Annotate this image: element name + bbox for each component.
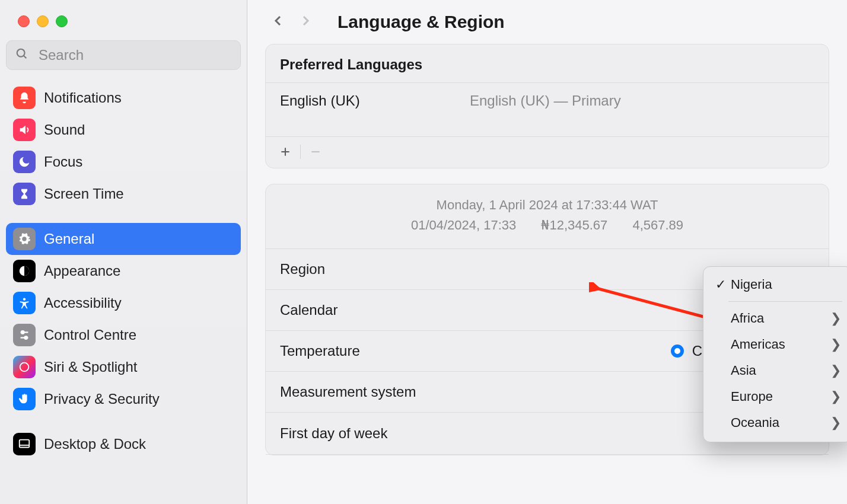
sidebar-item-label: Notifications xyxy=(44,90,122,106)
page-title: Language & Region xyxy=(337,12,505,32)
sidebar-item-label: Control Centre xyxy=(44,327,136,343)
speaker-icon xyxy=(13,119,36,141)
sidebar-item-label: Accessibility xyxy=(44,295,122,311)
preferred-languages-header: Preferred Languages xyxy=(266,44,829,82)
hand-icon xyxy=(13,388,36,410)
region-group-label: Africa xyxy=(731,311,764,326)
measurement-label: Measurement system xyxy=(280,384,754,400)
svg-point-8 xyxy=(20,363,29,372)
sidebar-item-appearance[interactable]: Appearance xyxy=(6,255,241,287)
sliders-icon xyxy=(13,324,36,346)
region-option-label: Nigeria xyxy=(731,277,772,292)
svg-rect-9 xyxy=(20,440,30,448)
chevron-right-icon: ❯ xyxy=(830,337,841,352)
temperature-label: Temperature xyxy=(280,343,671,359)
temperature-celsius-radio[interactable] xyxy=(671,344,684,358)
sidebar-item-sound[interactable]: Sound xyxy=(6,114,241,146)
region-option-selected[interactable]: ✓ Nigeria xyxy=(707,272,847,298)
chevron-right-icon: ❯ xyxy=(830,363,841,378)
add-language-button[interactable] xyxy=(276,143,294,161)
sidebar-item-label: Desktop & Dock xyxy=(44,436,146,452)
search-icon xyxy=(15,47,28,63)
hourglass-icon xyxy=(13,183,36,205)
sidebar-item-control-centre[interactable]: Control Centre xyxy=(6,319,241,351)
moon-icon xyxy=(13,151,36,173)
svg-point-3 xyxy=(23,298,26,300)
language-name: English (UK) xyxy=(280,92,470,109)
minimize-window-button[interactable] xyxy=(37,15,49,27)
sidebar-item-privacy-security[interactable]: Privacy & Security xyxy=(6,383,241,415)
svg-line-1 xyxy=(24,56,27,59)
region-group-label: Americas xyxy=(731,337,785,352)
format-preview: Monday, 1 April 2024 at 17:33:44 WAT 01/… xyxy=(266,184,829,248)
format-preview-shortdate: 01/04/2024, 17:33 xyxy=(411,218,516,232)
chevron-right-icon: ❯ xyxy=(830,311,841,326)
region-group-label: Asia xyxy=(731,363,756,378)
sidebar-item-label: Privacy & Security xyxy=(44,391,160,407)
search-input[interactable] xyxy=(6,40,241,70)
region-group-asia[interactable]: Asia ❯ xyxy=(707,358,847,384)
preferred-languages-panel: Preferred Languages English (UK) English… xyxy=(265,44,829,168)
region-group-africa[interactable]: Africa ❯ xyxy=(707,305,847,331)
sidebar: Notifications Sound Focus Screen Time xyxy=(0,0,247,504)
region-group-europe[interactable]: Europe ❯ xyxy=(707,384,847,410)
svg-point-5 xyxy=(21,331,24,334)
region-group-americas[interactable]: Americas ❯ xyxy=(707,331,847,358)
language-subtitle: English (UK) — Primary xyxy=(470,92,621,109)
sidebar-item-screen-time[interactable]: Screen Time xyxy=(6,178,241,210)
sidebar-item-label: Sound xyxy=(44,122,85,138)
remove-language-button[interactable] xyxy=(307,143,324,161)
sidebar-item-label: Focus xyxy=(44,154,82,170)
forward-button[interactable] xyxy=(298,12,313,32)
svg-point-0 xyxy=(17,49,25,57)
window-traffic-lights xyxy=(0,0,247,40)
bell-icon xyxy=(13,87,36,109)
region-group-label: Oceania xyxy=(731,415,779,430)
sidebar-item-label: Siri & Spotlight xyxy=(44,359,137,375)
back-button[interactable] xyxy=(271,12,285,32)
siri-icon xyxy=(13,356,36,378)
sidebar-item-focus[interactable]: Focus xyxy=(6,146,241,178)
sidebar-item-general[interactable]: General xyxy=(6,223,241,255)
checkmark-icon: ✓ xyxy=(714,277,727,292)
sidebar-item-label: General xyxy=(44,231,94,247)
gear-icon xyxy=(13,228,36,250)
region-group-oceania[interactable]: Oceania ❯ xyxy=(707,410,847,436)
language-row-primary[interactable]: English (UK) English (UK) — Primary xyxy=(266,83,829,136)
sidebar-item-label: Appearance xyxy=(44,263,120,279)
svg-point-7 xyxy=(24,336,27,339)
sidebar-item-siri-spotlight[interactable]: Siri & Spotlight xyxy=(6,351,241,383)
zoom-window-button[interactable] xyxy=(56,15,68,27)
content-pane: Language & Region Preferred Languages En… xyxy=(247,0,847,504)
sidebar-item-notifications[interactable]: Notifications xyxy=(6,82,241,114)
format-preview-number: 4,567.89 xyxy=(632,218,683,232)
sidebar-item-accessibility[interactable]: Accessibility xyxy=(6,287,241,319)
accessibility-icon xyxy=(13,292,36,314)
chevron-right-icon: ❯ xyxy=(830,415,841,430)
format-preview-full: Monday, 1 April 2024 at 17:33:44 WAT xyxy=(280,195,814,215)
sidebar-item-label: Screen Time xyxy=(44,186,124,202)
format-preview-currency: ₦12,345.67 xyxy=(541,218,607,232)
sidebar-item-desktop-dock[interactable]: Desktop & Dock xyxy=(6,428,241,460)
contrast-icon xyxy=(13,260,36,282)
region-popup: ✓ Nigeria Africa ❯ Americas ❯ Asia ❯ Eur… xyxy=(703,266,847,442)
dock-icon xyxy=(13,433,36,455)
close-window-button[interactable] xyxy=(18,15,30,27)
first-day-label: First day of week xyxy=(280,425,741,442)
chevron-right-icon: ❯ xyxy=(830,389,841,404)
region-group-label: Europe xyxy=(731,389,773,404)
